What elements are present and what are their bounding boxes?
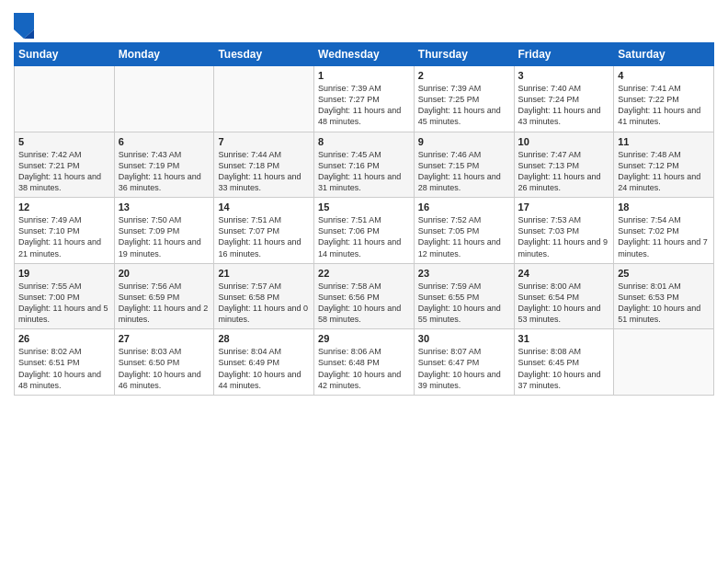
day-info: Sunrise: 7:44 AM Sunset: 7:18 PM Dayligh… (218, 149, 310, 194)
calendar-cell: 3Sunrise: 7:40 AM Sunset: 7:24 PM Daylig… (514, 66, 614, 132)
day-number: 9 (418, 136, 510, 147)
day-number: 22 (318, 268, 410, 279)
calendar-cell: 25Sunrise: 8:01 AM Sunset: 6:53 PM Dayli… (614, 263, 714, 329)
day-number: 1 (318, 70, 410, 81)
calendar-cell (114, 66, 214, 132)
calendar-cell: 26Sunrise: 8:02 AM Sunset: 6:51 PM Dayli… (15, 329, 115, 396)
day-info: Sunrise: 7:55 AM Sunset: 7:00 PM Dayligh… (18, 281, 110, 326)
day-number: 15 (318, 201, 410, 213)
day-info: Sunrise: 7:42 AM Sunset: 7:21 PM Dayligh… (18, 149, 110, 194)
calendar-cell: 6Sunrise: 7:43 AM Sunset: 7:19 PM Daylig… (114, 132, 214, 198)
calendar-week-row: 19Sunrise: 7:55 AM Sunset: 7:00 PM Dayli… (15, 263, 714, 329)
day-info: Sunrise: 7:58 AM Sunset: 6:56 PM Dayligh… (318, 281, 410, 326)
day-info: Sunrise: 8:08 AM Sunset: 6:45 PM Dayligh… (518, 346, 610, 391)
day-info: Sunrise: 7:51 AM Sunset: 7:06 PM Dayligh… (318, 214, 410, 259)
day-info: Sunrise: 7:52 AM Sunset: 7:05 PM Dayligh… (418, 214, 510, 259)
day-info: Sunrise: 8:07 AM Sunset: 6:47 PM Dayligh… (418, 346, 510, 391)
day-number: 21 (218, 268, 310, 279)
calendar-week-row: 5Sunrise: 7:42 AM Sunset: 7:21 PM Daylig… (15, 132, 714, 198)
calendar-cell: 31Sunrise: 8:08 AM Sunset: 6:45 PM Dayli… (514, 329, 614, 396)
day-number: 20 (119, 268, 210, 279)
day-of-week-header: Wednesday (314, 43, 415, 66)
day-info: Sunrise: 8:06 AM Sunset: 6:48 PM Dayligh… (318, 346, 410, 391)
day-number: 30 (418, 333, 510, 344)
day-number: 28 (218, 333, 310, 344)
day-info: Sunrise: 7:47 AM Sunset: 7:13 PM Dayligh… (518, 149, 610, 194)
calendar-cell: 5Sunrise: 7:42 AM Sunset: 7:21 PM Daylig… (15, 132, 115, 198)
day-number: 31 (518, 333, 610, 344)
logo (14, 13, 37, 39)
day-number: 18 (618, 201, 710, 213)
day-info: Sunrise: 7:43 AM Sunset: 7:19 PM Dayligh… (119, 149, 210, 194)
day-number: 5 (18, 136, 110, 147)
day-number: 27 (119, 333, 210, 344)
calendar-header: SundayMondayTuesdayWednesdayThursdayFrid… (15, 43, 714, 66)
day-of-week-header: Tuesday (214, 43, 314, 66)
calendar-cell: 17Sunrise: 7:53 AM Sunset: 7:03 PM Dayli… (514, 198, 614, 264)
header-row: SundayMondayTuesdayWednesdayThursdayFrid… (15, 43, 714, 66)
calendar-cell: 18Sunrise: 7:54 AM Sunset: 7:02 PM Dayli… (614, 198, 714, 264)
day-number: 4 (618, 70, 710, 81)
day-number: 13 (119, 201, 210, 213)
day-number: 16 (418, 201, 510, 213)
day-number: 19 (18, 268, 110, 279)
calendar-week-row: 12Sunrise: 7:49 AM Sunset: 7:10 PM Dayli… (15, 198, 714, 264)
logo-icon (14, 13, 34, 39)
day-info: Sunrise: 7:48 AM Sunset: 7:12 PM Dayligh… (618, 149, 710, 194)
day-info: Sunrise: 7:54 AM Sunset: 7:02 PM Dayligh… (618, 214, 710, 259)
day-info: Sunrise: 8:03 AM Sunset: 6:50 PM Dayligh… (119, 346, 210, 391)
day-number: 2 (418, 70, 510, 81)
calendar-cell: 7Sunrise: 7:44 AM Sunset: 7:18 PM Daylig… (214, 132, 314, 198)
calendar-cell: 30Sunrise: 8:07 AM Sunset: 6:47 PM Dayli… (414, 329, 514, 396)
day-number: 14 (218, 201, 310, 213)
day-info: Sunrise: 7:39 AM Sunset: 7:25 PM Dayligh… (418, 83, 510, 128)
calendar-cell: 10Sunrise: 7:47 AM Sunset: 7:13 PM Dayli… (514, 132, 614, 198)
day-of-week-header: Thursday (414, 43, 514, 66)
day-of-week-header: Sunday (15, 43, 115, 66)
calendar-cell (614, 329, 714, 396)
day-info: Sunrise: 7:53 AM Sunset: 7:03 PM Dayligh… (518, 214, 610, 259)
calendar-cell: 24Sunrise: 8:00 AM Sunset: 6:54 PM Dayli… (514, 263, 614, 329)
day-info: Sunrise: 8:01 AM Sunset: 6:53 PM Dayligh… (618, 281, 710, 326)
day-info: Sunrise: 7:41 AM Sunset: 7:22 PM Dayligh… (618, 83, 710, 128)
calendar-week-row: 26Sunrise: 8:02 AM Sunset: 6:51 PM Dayli… (15, 329, 714, 396)
calendar-cell: 11Sunrise: 7:48 AM Sunset: 7:12 PM Dayli… (614, 132, 714, 198)
calendar: SundayMondayTuesdayWednesdayThursdayFrid… (14, 42, 714, 396)
calendar-body: 1Sunrise: 7:39 AM Sunset: 7:27 PM Daylig… (15, 66, 714, 396)
day-info: Sunrise: 7:56 AM Sunset: 6:59 PM Dayligh… (119, 281, 210, 326)
calendar-cell: 15Sunrise: 7:51 AM Sunset: 7:06 PM Dayli… (314, 198, 415, 264)
calendar-cell: 12Sunrise: 7:49 AM Sunset: 7:10 PM Dayli… (15, 198, 115, 264)
day-info: Sunrise: 8:04 AM Sunset: 6:49 PM Dayligh… (218, 346, 310, 391)
day-number: 7 (218, 136, 310, 147)
calendar-cell: 13Sunrise: 7:50 AM Sunset: 7:09 PM Dayli… (114, 198, 214, 264)
day-number: 26 (18, 333, 110, 344)
day-number: 25 (618, 268, 710, 279)
day-number: 29 (318, 333, 410, 344)
day-number: 6 (119, 136, 210, 147)
day-info: Sunrise: 7:49 AM Sunset: 7:10 PM Dayligh… (18, 214, 110, 259)
day-of-week-header: Monday (114, 43, 214, 66)
day-of-week-header: Friday (514, 43, 614, 66)
header (14, 9, 714, 39)
calendar-cell: 28Sunrise: 8:04 AM Sunset: 6:49 PM Dayli… (214, 329, 314, 396)
calendar-cell: 22Sunrise: 7:58 AM Sunset: 6:56 PM Dayli… (314, 263, 415, 329)
day-number: 17 (518, 201, 610, 213)
day-info: Sunrise: 7:57 AM Sunset: 6:58 PM Dayligh… (218, 281, 310, 326)
day-info: Sunrise: 7:50 AM Sunset: 7:09 PM Dayligh… (119, 214, 210, 259)
calendar-cell: 4Sunrise: 7:41 AM Sunset: 7:22 PM Daylig… (614, 66, 714, 132)
day-number: 3 (518, 70, 610, 81)
day-number: 10 (518, 136, 610, 147)
day-info: Sunrise: 7:40 AM Sunset: 7:24 PM Dayligh… (518, 83, 610, 128)
page: SundayMondayTuesdayWednesdayThursdayFrid… (0, 0, 728, 563)
day-number: 11 (618, 136, 710, 147)
calendar-cell: 14Sunrise: 7:51 AM Sunset: 7:07 PM Dayli… (214, 198, 314, 264)
day-info: Sunrise: 8:00 AM Sunset: 6:54 PM Dayligh… (518, 281, 610, 326)
day-number: 8 (318, 136, 410, 147)
calendar-cell (214, 66, 314, 132)
day-number: 23 (418, 268, 510, 279)
day-info: Sunrise: 7:51 AM Sunset: 7:07 PM Dayligh… (218, 214, 310, 259)
day-info: Sunrise: 7:46 AM Sunset: 7:15 PM Dayligh… (418, 149, 510, 194)
day-info: Sunrise: 7:45 AM Sunset: 7:16 PM Dayligh… (318, 149, 410, 194)
calendar-week-row: 1Sunrise: 7:39 AM Sunset: 7:27 PM Daylig… (15, 66, 714, 132)
day-number: 24 (518, 268, 610, 279)
